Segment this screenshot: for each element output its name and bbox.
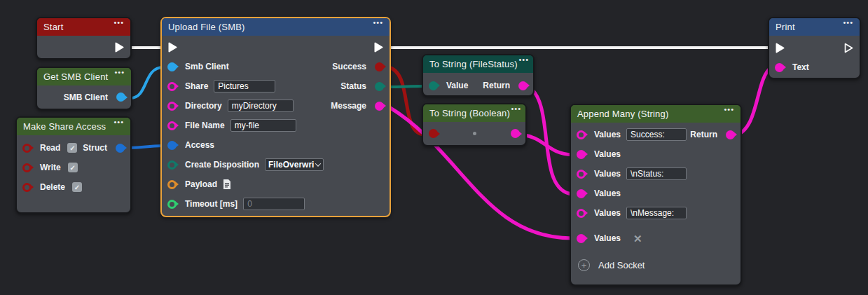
port-label: SMB Client [64, 92, 108, 102]
input-port-timeout[interactable] [167, 200, 177, 209]
node-make-share-access[interactable]: Make Share Access ••• Read ✓ Struct Writ… [15, 116, 132, 214]
values-3-input[interactable] [626, 167, 687, 180]
node-upload-file-header[interactable]: Upload File (SMB) ••• [162, 18, 390, 36]
check-icon: ✓ [70, 164, 76, 172]
input-port-text[interactable] [775, 63, 784, 72]
input-port-access[interactable] [167, 141, 177, 150]
node-menu-icon[interactable]: ••• [511, 106, 521, 111]
wire-success-to-boolean[interactable] [388, 67, 424, 135]
checkbox-delete[interactable]: ✓ [72, 182, 82, 192]
wire-filestatus-return-to-append[interactable] [528, 86, 572, 194]
input-port-value[interactable] [429, 129, 438, 138]
node-menu-icon[interactable]: ••• [373, 20, 383, 25]
node-append-many-string[interactable]: Append Many (String) ••• Values Return V… [570, 104, 742, 286]
document-icon[interactable] [223, 179, 231, 189]
values-1-input[interactable] [626, 128, 687, 141]
input-port-values-4[interactable] [577, 189, 586, 198]
input-port-directory[interactable] [167, 102, 177, 111]
input-port-payload[interactable] [167, 180, 177, 189]
values-5-input[interactable] [626, 207, 687, 219]
output-port-struct[interactable] [116, 144, 125, 153]
input-port-write[interactable] [22, 163, 32, 172]
port-label: Payload [185, 179, 217, 189]
node-get-smb-client[interactable]: Get SMB Client ••• SMB Client [36, 67, 132, 110]
exec-in-port[interactable] [775, 42, 785, 54]
input-port-share[interactable] [167, 82, 177, 91]
node-title: Append Many (String) [577, 109, 668, 119]
node-append-many-body: Values Return Values Values Values Value… [571, 123, 740, 275]
input-port-values-1[interactable] [577, 130, 586, 139]
node-append-many-header[interactable]: Append Many (String) ••• [571, 105, 740, 123]
remove-socket-icon[interactable]: ✕ [633, 233, 642, 244]
add-socket-button[interactable]: + Add Socket [571, 255, 740, 275]
port-label: Values [594, 169, 621, 179]
directory-input[interactable] [228, 100, 294, 112]
share-input[interactable] [214, 80, 275, 92]
create-disposition-select[interactable]: FileOverwri [265, 158, 324, 171]
port-label: Timeout [ms] [185, 199, 237, 209]
input-port-read[interactable] [22, 144, 32, 153]
chevron-down-icon [315, 160, 321, 166]
exec-in-port[interactable] [167, 41, 178, 53]
node-editor-canvas[interactable]: { "icons": { "menu": "•••", "close": "✕"… [0, 0, 868, 295]
node-to-string-boolean-header[interactable]: To String (Boolean) ••• [423, 104, 525, 122]
wire-status-to-filestatus[interactable] [388, 86, 424, 87]
node-title: Get SMB Client [43, 71, 108, 82]
port-label: Status [340, 81, 366, 91]
output-port-smb-client[interactable] [116, 92, 125, 102]
node-menu-icon[interactable]: ••• [724, 107, 734, 112]
node-menu-icon[interactable]: ••• [114, 69, 125, 75]
node-start[interactable]: Start ••• [36, 17, 132, 60]
output-port-return[interactable] [511, 129, 520, 138]
node-menu-icon[interactable]: ••• [518, 57, 529, 62]
timeout-input[interactable] [243, 198, 305, 210]
node-to-string-filestatus[interactable]: To String (FileStatus) ••• Value Return [422, 54, 535, 97]
port-label: Values [594, 233, 621, 243]
exec-out-port[interactable] [373, 41, 384, 53]
node-title: Make Share Access [23, 121, 106, 132]
output-port-success[interactable] [375, 62, 384, 71]
output-port-message[interactable] [375, 102, 384, 111]
checkbox-write[interactable]: ✓ [68, 163, 78, 172]
node-menu-icon[interactable]: ••• [113, 119, 124, 125]
node-menu-icon[interactable]: ••• [843, 20, 853, 25]
output-port-return[interactable] [518, 81, 528, 90]
input-port-value[interactable] [429, 81, 438, 90]
input-port-smb-client[interactable] [167, 62, 177, 71]
file-name-input[interactable] [230, 119, 296, 132]
port-label: Smb Client [185, 62, 229, 71]
port-label: Success [332, 62, 366, 71]
node-title: Start [43, 22, 63, 32]
exec-out-port[interactable] [114, 41, 125, 53]
node-to-string-filestatus-header[interactable]: To String (FileStatus) ••• [423, 55, 533, 73]
output-port-return[interactable] [726, 130, 735, 139]
input-port-values-6[interactable] [577, 234, 586, 243]
input-port-delete[interactable] [22, 183, 32, 192]
input-port-values-3[interactable] [577, 170, 586, 179]
input-port-values-2[interactable] [577, 150, 586, 159]
node-title: Upload File (SMB) [168, 22, 245, 32]
input-port-create-disposition[interactable] [167, 160, 177, 170]
wire-struct-to-access[interactable] [130, 146, 163, 148]
port-label: Struct [83, 143, 107, 153]
port-label: Delete [40, 182, 65, 192]
node-menu-icon[interactable]: ••• [113, 20, 124, 25]
exec-out-port[interactable] [843, 42, 854, 54]
port-label: Values [594, 130, 621, 139]
wire-smbclient-to-upload[interactable] [130, 67, 163, 98]
node-start-header[interactable]: Start ••• [37, 18, 130, 36]
input-port-values-5[interactable] [577, 209, 586, 218]
port-label: Message [331, 101, 366, 111]
node-to-string-boolean[interactable]: To String (Boolean) ••• [422, 103, 527, 146]
node-print[interactable]: Print ••• Text [768, 17, 861, 79]
output-port-status[interactable] [375, 82, 384, 91]
checkbox-read[interactable]: ✓ [67, 143, 77, 153]
node-upload-file-smb[interactable]: Upload File (SMB) ••• Smb Client Success… [160, 17, 391, 217]
node-get-smb-client-header[interactable]: Get SMB Client ••• [37, 68, 131, 85]
node-print-header[interactable]: Print ••• [769, 18, 860, 36]
node-make-share-access-header[interactable]: Make Share Access ••• [17, 118, 130, 135]
node-upload-file-body: Smb Client Success Share Status Director… [162, 36, 390, 214]
input-port-file-name[interactable] [167, 121, 177, 130]
node-title: Print [776, 22, 795, 32]
node-title: To String (FileStatus) [429, 59, 518, 69]
